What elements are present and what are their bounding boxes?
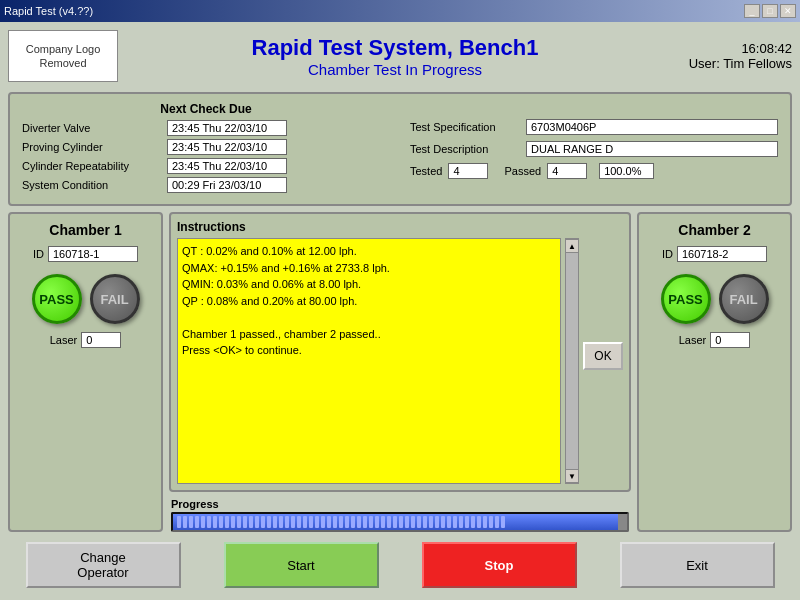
chamber2-id-row: ID 160718-2	[662, 246, 767, 262]
header: Company Logo Removed Rapid Test System, …	[8, 30, 792, 82]
check-value-0: 23:45 Thu 22/03/10	[167, 120, 287, 136]
chamber2-laser-label: Laser	[679, 334, 707, 346]
chamber2-fail-button[interactable]: FAIL	[719, 274, 769, 324]
chamber1-button-row: PASS FAIL	[32, 274, 140, 324]
test-desc-value: DUAL RANGE D	[526, 141, 778, 157]
chamber1-laser-row: Laser 0	[50, 332, 122, 348]
chamber1-panel: Chamber 1 ID 160718-1 PASS FAIL Laser 0	[8, 212, 163, 532]
check-label-3: System Condition	[22, 179, 167, 191]
pct-value: 100.0%	[599, 163, 654, 179]
chamber2-panel: Chamber 2 ID 160718-2 PASS FAIL Laser 0	[637, 212, 792, 532]
chamber2-laser-value: 0	[710, 332, 750, 348]
check-label-1: Proving Cylinder	[22, 141, 167, 153]
title-bar: Rapid Test (v4.??) _ □ ✕	[0, 0, 800, 22]
instructions-panel: Instructions QT : 0.02% and 0.10% at 12.…	[169, 212, 631, 492]
check-row-0: Diverter Valve 23:45 Thu 22/03/10	[22, 120, 390, 136]
chamber2-button-row: PASS FAIL	[661, 274, 769, 324]
check-label-0: Diverter Valve	[22, 122, 167, 134]
stop-button[interactable]: Stop	[422, 542, 577, 588]
check-table: Diverter Valve 23:45 Thu 22/03/10 Provin…	[22, 120, 390, 193]
scroll-up-arrow[interactable]: ▲	[565, 239, 579, 253]
test-spec-label: Test Specification	[410, 121, 520, 133]
progress-section: Progress	[169, 498, 631, 532]
instructions-scrollbar[interactable]: ▲ ▼	[565, 238, 579, 484]
change-operator-button[interactable]: Change Operator	[26, 542, 181, 588]
ok-button[interactable]: OK	[583, 342, 623, 370]
chamber1-fail-button[interactable]: FAIL	[90, 274, 140, 324]
check-value-3: 00:29 Fri 23/03/10	[167, 177, 287, 193]
passed-value: 4	[547, 163, 587, 179]
check-row-1: Proving Cylinder 23:45 Thu 22/03/10	[22, 139, 390, 155]
instructions-content-wrapper: QT : 0.02% and 0.10% at 12.00 lph.QMAX: …	[177, 238, 623, 484]
chamber1-pass-button[interactable]: PASS	[32, 274, 82, 324]
footer-buttons: Change Operator Start Stop Exit	[8, 538, 792, 592]
chamber2-laser-row: Laser 0	[679, 332, 751, 348]
main-container: Company Logo Removed Rapid Test System, …	[0, 22, 800, 600]
header-title: Rapid Test System, Bench1 Chamber Test I…	[118, 35, 672, 78]
tested-row: Tested 4 Passed 4 100.0%	[410, 163, 778, 179]
instructions-text: QT : 0.02% and 0.10% at 12.00 lph.QMAX: …	[177, 238, 561, 484]
progress-dots	[177, 516, 505, 528]
test-spec-value: 6703M0406P	[526, 119, 778, 135]
scroll-down-arrow[interactable]: ▼	[565, 469, 579, 483]
chamber2-id-label: ID	[662, 248, 673, 260]
app-subtitle: Chamber Test In Progress	[118, 61, 672, 78]
info-panel: Next Check Due Diverter Valve 23:45 Thu …	[8, 92, 792, 206]
exit-button[interactable]: Exit	[620, 542, 775, 588]
progress-bar-fill	[173, 514, 618, 530]
chamber2-title: Chamber 2	[678, 222, 750, 238]
progress-bar-container	[171, 512, 629, 532]
ok-button-wrapper: OK	[583, 238, 623, 484]
chamber1-id-label: ID	[33, 248, 44, 260]
check-row-2: Cylinder Repeatability 23:45 Thu 22/03/1…	[22, 158, 390, 174]
company-logo: Company Logo Removed	[8, 30, 118, 82]
test-desc-row: Test Description DUAL RANGE D	[410, 141, 778, 157]
chamber1-laser-label: Laser	[50, 334, 78, 346]
chamber1-title: Chamber 1	[49, 222, 121, 238]
chamber1-id-row: ID 160718-1	[33, 246, 138, 262]
next-check-title: Next Check Due	[22, 102, 390, 116]
bottom-panels: Chamber 1 ID 160718-1 PASS FAIL Laser 0 …	[8, 212, 792, 532]
instructions-title: Instructions	[177, 220, 623, 234]
tested-value: 4	[448, 163, 488, 179]
app-title: Rapid Test System, Bench1	[118, 35, 672, 61]
chamber1-id-value: 160718-1	[48, 246, 138, 262]
spec-section: Test Specification 6703M0406P Test Descr…	[410, 102, 778, 196]
chamber1-laser-value: 0	[81, 332, 121, 348]
user-display: User: Tim Fellows	[672, 56, 792, 71]
scrollbar-track	[566, 253, 578, 469]
passed-label: Passed	[504, 165, 541, 177]
progress-label: Progress	[171, 498, 629, 510]
close-button[interactable]: ✕	[780, 4, 796, 18]
chamber2-id-value: 160718-2	[677, 246, 767, 262]
test-desc-label: Test Description	[410, 143, 520, 155]
header-time-user: 16:08:42 User: Tim Fellows	[672, 41, 792, 71]
check-value-1: 23:45 Thu 22/03/10	[167, 139, 287, 155]
start-button[interactable]: Start	[224, 542, 379, 588]
center-panel: Instructions QT : 0.02% and 0.10% at 12.…	[169, 212, 631, 532]
tested-label: Tested	[410, 165, 442, 177]
check-section: Next Check Due Diverter Valve 23:45 Thu …	[22, 102, 390, 196]
check-value-2: 23:45 Thu 22/03/10	[167, 158, 287, 174]
clock-display: 16:08:42	[672, 41, 792, 56]
check-label-2: Cylinder Repeatability	[22, 160, 167, 172]
test-spec-row: Test Specification 6703M0406P	[410, 119, 778, 135]
chamber2-pass-button[interactable]: PASS	[661, 274, 711, 324]
minimize-button[interactable]: _	[744, 4, 760, 18]
maximize-button[interactable]: □	[762, 4, 778, 18]
title-bar-buttons: _ □ ✕	[744, 4, 796, 18]
check-row-3: System Condition 00:29 Fri 23/03/10	[22, 177, 390, 193]
title-bar-text: Rapid Test (v4.??)	[4, 5, 744, 17]
